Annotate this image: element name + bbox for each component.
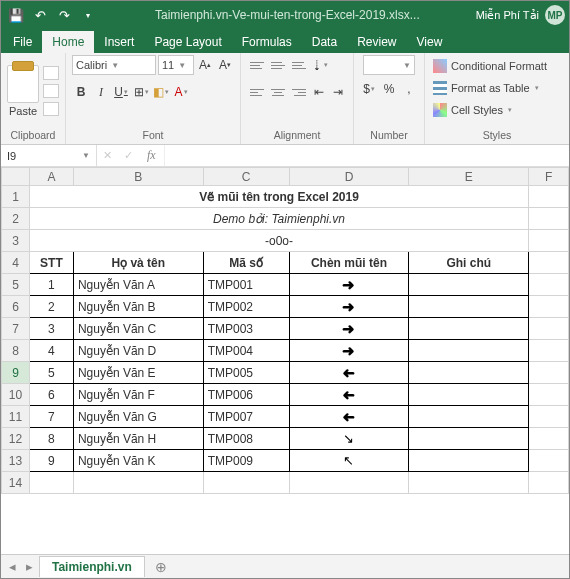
cell-note[interactable] (409, 318, 529, 340)
row-header[interactable]: 5 (2, 274, 30, 296)
paste-button[interactable]: Paste (9, 105, 37, 117)
undo-icon[interactable]: ↶ (29, 4, 51, 26)
cell[interactable] (203, 472, 289, 494)
cell-note[interactable] (409, 274, 529, 296)
orientation-icon[interactable]: ⭭▾ (310, 55, 328, 75)
cell-code[interactable]: TMP008 (203, 428, 289, 450)
cell-code[interactable]: TMP005 (203, 362, 289, 384)
cell-name[interactable]: Nguyễn Văn E (73, 362, 203, 384)
name-box[interactable]: I9▼ (1, 145, 97, 167)
header-stt[interactable]: STT (29, 252, 73, 274)
cell-styles-button[interactable]: Cell Styles▾ (431, 99, 514, 121)
col-header-F[interactable]: F (529, 168, 569, 186)
row-header[interactable]: 14 (2, 472, 30, 494)
format-as-table-button[interactable]: Format as Table▾ (431, 77, 541, 99)
cell[interactable] (529, 230, 569, 252)
cell-stt[interactable]: 7 (29, 406, 73, 428)
tab-file[interactable]: File (3, 31, 42, 53)
cell[interactable] (529, 274, 569, 296)
cell-arrow[interactable] (289, 296, 409, 318)
cell-stt[interactable]: 4 (29, 340, 73, 362)
cell-code[interactable]: TMP004 (203, 340, 289, 362)
indent-increase-icon[interactable]: ⇥ (329, 82, 347, 102)
number-format-select[interactable]: ▼ (363, 55, 415, 75)
cell[interactable] (529, 296, 569, 318)
underline-button[interactable]: U▾ (112, 82, 130, 102)
format-painter-icon[interactable] (43, 102, 59, 116)
tab-page-layout[interactable]: Page Layout (144, 31, 231, 53)
cell[interactable] (73, 472, 203, 494)
cell-name[interactable]: Nguyễn Văn A (73, 274, 203, 296)
paste-icon[interactable] (7, 65, 39, 103)
cell[interactable] (529, 208, 569, 230)
decrease-font-icon[interactable]: A▾ (216, 55, 234, 75)
copy-icon[interactable] (43, 84, 59, 98)
tab-view[interactable]: View (407, 31, 453, 53)
bold-button[interactable]: B (72, 82, 90, 102)
cell-note[interactable] (409, 406, 529, 428)
row-header[interactable]: 12 (2, 428, 30, 450)
tab-home[interactable]: Home (42, 31, 94, 53)
cut-icon[interactable] (43, 66, 59, 80)
italic-button[interactable]: I (92, 82, 110, 102)
col-header-D[interactable]: D (289, 168, 409, 186)
tab-data[interactable]: Data (302, 31, 347, 53)
cell-stt[interactable]: 6 (29, 384, 73, 406)
cell[interactable] (409, 472, 529, 494)
align-middle-icon[interactable] (268, 55, 288, 75)
align-bottom-icon[interactable] (289, 55, 309, 75)
row-header[interactable]: 2 (2, 208, 30, 230)
cell-arrow[interactable] (289, 340, 409, 362)
cell-name[interactable]: Nguyễn Văn B (73, 296, 203, 318)
cell-stt[interactable]: 8 (29, 428, 73, 450)
row-header[interactable]: 9 (2, 362, 30, 384)
cell-note[interactable] (409, 362, 529, 384)
tab-formulas[interactable]: Formulas (232, 31, 302, 53)
row-header[interactable]: 4 (2, 252, 30, 274)
align-center-icon[interactable] (268, 82, 288, 102)
new-sheet-button[interactable]: ⊕ (147, 559, 175, 575)
sheet-tab[interactable]: Taimienphi.vn (39, 556, 145, 577)
row-header[interactable]: 11 (2, 406, 30, 428)
accounting-format-icon[interactable]: $▾ (360, 79, 378, 99)
border-button[interactable]: ⊞▾ (132, 82, 150, 102)
col-header-B[interactable]: B (73, 168, 203, 186)
redo-icon[interactable]: ↷ (53, 4, 75, 26)
align-left-icon[interactable] (247, 82, 267, 102)
cell[interactable] (529, 186, 569, 208)
cell-code[interactable]: TMP002 (203, 296, 289, 318)
cell-stt[interactable]: 5 (29, 362, 73, 384)
col-header-E[interactable]: E (409, 168, 529, 186)
row-header[interactable]: 13 (2, 450, 30, 472)
conditional-formatting-button[interactable]: Conditional Formatt (431, 55, 549, 77)
cell-arrow[interactable] (289, 428, 409, 450)
cell-code[interactable]: TMP001 (203, 274, 289, 296)
align-right-icon[interactable] (289, 82, 309, 102)
row-header[interactable]: 3 (2, 230, 30, 252)
percent-format-icon[interactable]: % (380, 79, 398, 99)
cell[interactable] (529, 362, 569, 384)
cell-note[interactable] (409, 384, 529, 406)
cell[interactable] (529, 318, 569, 340)
cell[interactable] (289, 472, 409, 494)
worksheet[interactable]: A B C D E F 1Vẽ mũi tên trong Excel 2019… (1, 167, 569, 554)
cell-arrow[interactable] (289, 318, 409, 340)
header-note[interactable]: Ghi chú (409, 252, 529, 274)
cell-arrow[interactable] (289, 406, 409, 428)
header-arrow[interactable]: Chèn mũi tên (289, 252, 409, 274)
row-header[interactable]: 8 (2, 340, 30, 362)
cell-note[interactable] (409, 450, 529, 472)
cell[interactable] (529, 428, 569, 450)
cell-name[interactable]: Nguyễn Văn D (73, 340, 203, 362)
row-header[interactable]: 1 (2, 186, 30, 208)
cell-stt[interactable]: 1 (29, 274, 73, 296)
cell-arrow[interactable] (289, 450, 409, 472)
cell-name[interactable]: Nguyễn Văn F (73, 384, 203, 406)
account-area[interactable]: Miễn Phí Tải MP (476, 5, 565, 25)
header-name[interactable]: Họ và tên (73, 252, 203, 274)
cell[interactable] (529, 252, 569, 274)
sheet-nav-next-icon[interactable]: ▸ (22, 559, 37, 574)
fx-icon[interactable]: fx (139, 148, 164, 163)
cell[interactable] (29, 472, 73, 494)
save-icon[interactable]: 💾 (5, 4, 27, 26)
